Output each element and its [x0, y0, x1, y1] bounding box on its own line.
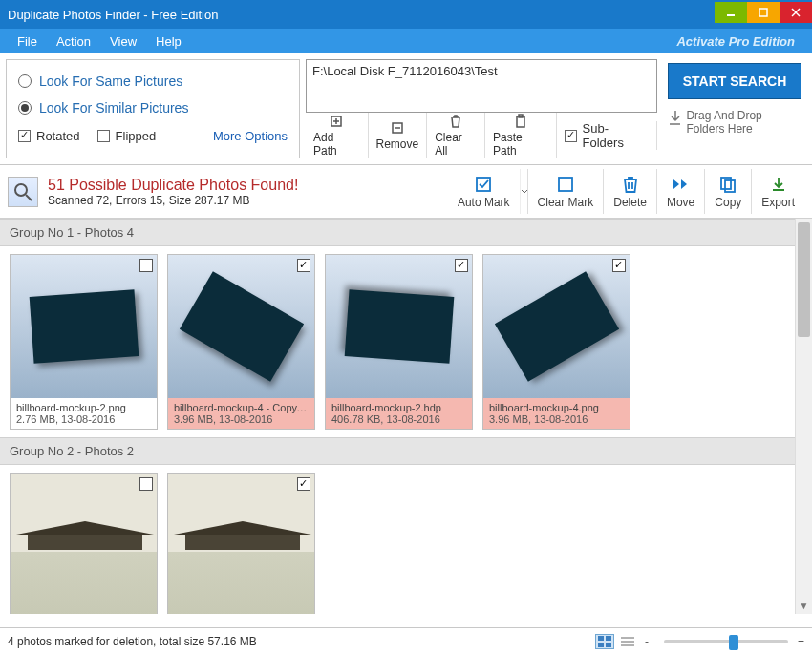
svg-rect-17 [598, 636, 604, 641]
path-list[interactable]: F:\Local Disk F_7112016043\Test [306, 59, 657, 113]
zoom-plus[interactable]: + [798, 635, 804, 648]
menu-view[interactable]: View [100, 34, 146, 49]
arrows-icon [672, 175, 691, 194]
activate-link[interactable]: Activate Pro Edition [667, 34, 804, 49]
maximize-button[interactable] [747, 2, 780, 23]
checkbox-label: Rotated [36, 129, 80, 143]
checkbox-icon [97, 130, 110, 142]
delete-button[interactable]: Delete [603, 169, 656, 214]
radio-label: Look For Same Pictures [39, 74, 182, 89]
view-list-button[interactable] [618, 634, 637, 649]
thumbnail-row: billboard-mockup-2.png2.76 MB, 13-08-201… [0, 246, 795, 437]
group-header[interactable]: Group No 1 - Photos 4 [0, 219, 795, 246]
slider-thumb[interactable] [729, 635, 738, 650]
button-label: Add Path [313, 131, 360, 158]
search-options-area: Look For Same Pictures Look For Similar … [0, 53, 812, 165]
start-panel: START SEARCH Drag And Drop Folders Here [663, 59, 806, 158]
radio-same-pictures[interactable]: Look For Same Pictures [18, 68, 288, 95]
copy-button[interactable]: Copy [704, 169, 751, 214]
checkbox-label: Sub-Folders [583, 121, 649, 150]
select-checkbox[interactable] [139, 477, 153, 491]
button-label: Auto Mark [458, 196, 510, 209]
file-name: billboard-mockup-2.png [16, 402, 151, 413]
checkbox-label: Flipped [116, 129, 157, 143]
select-checkbox[interactable] [455, 259, 468, 272]
add-path-button[interactable]: Add Path [306, 113, 369, 158]
remove-path-button[interactable]: Remove [369, 113, 428, 158]
clear-all-button[interactable]: Clear All [427, 113, 485, 158]
results-body: Group No 1 - Photos 4billboard-mockup-2.… [0, 219, 812, 614]
file-name: billboard-mockup-4 - Copy.png [174, 402, 309, 413]
export-button[interactable]: Export [751, 169, 804, 214]
select-checkbox[interactable] [139, 259, 153, 272]
photo-card[interactable]: billboard-mockup-2.hdp406.78 KB, 13-08-2… [325, 254, 473, 430]
group-header[interactable]: Group No 2 - Photos 2 [0, 437, 795, 465]
start-search-button[interactable]: START SEARCH [668, 63, 801, 99]
checkbox-rotated[interactable]: Rotated [18, 129, 80, 143]
svg-rect-1 [759, 9, 767, 16]
thumbnail [11, 255, 157, 398]
vertical-scrollbar[interactable]: ▲ ▼ [795, 219, 812, 614]
photo-card[interactable]: billboard-mockup-4 - Copy.png3.96 MB, 13… [167, 254, 315, 430]
select-checkbox[interactable] [297, 477, 310, 491]
svg-rect-18 [606, 636, 611, 641]
trash-icon [448, 114, 463, 129]
hint-text: Drag And Drop Folders Here [686, 109, 802, 136]
minimize-button[interactable] [715, 2, 747, 23]
select-checkbox[interactable] [297, 259, 310, 272]
download-icon [667, 109, 680, 130]
radio-icon [18, 74, 32, 88]
trash-icon [621, 175, 640, 194]
thumbnail [483, 255, 630, 398]
checkbox-flipped[interactable]: Flipped [97, 129, 157, 143]
clear-mark-button[interactable]: Clear Mark [527, 169, 604, 214]
menu-bar: File Action View Help Activate Pro Editi… [0, 29, 812, 53]
photo-card[interactable]: billboard-mockup-2.png2.76 MB, 13-08-201… [10, 254, 158, 430]
zoom-minus[interactable]: - [645, 635, 649, 648]
card-info: billboard-mockup-2.png2.76 MB, 13-08-201… [11, 398, 157, 429]
photo-card[interactable]: billboard-mockup-4.png3.96 MB, 13-08-201… [482, 254, 630, 430]
menu-help[interactable]: Help [146, 34, 191, 49]
chevron-down-icon [521, 188, 527, 196]
paste-path-button[interactable]: Paste Path [485, 113, 557, 158]
title-bar: Duplicate Photos Finder - Free Edition [0, 0, 812, 29]
radio-similar-pictures[interactable]: Look For Similar Pictures [18, 95, 288, 121]
view-thumbnails-button[interactable] [595, 634, 614, 649]
file-name: billboard-mockup-2.hdp [331, 402, 466, 413]
search-mode-panel: Look For Same Pictures Look For Similar … [6, 59, 300, 158]
scroll-thumb[interactable] [798, 222, 810, 337]
photo-card[interactable] [167, 473, 315, 614]
svg-rect-13 [477, 178, 490, 191]
checkbox-icon [565, 130, 577, 142]
thumbnail [168, 255, 314, 398]
svg-line-12 [26, 195, 32, 200]
svg-rect-15 [721, 178, 731, 189]
radio-label: Look For Similar Pictures [39, 100, 188, 116]
button-label: Remove [376, 137, 419, 151]
button-label: Move [667, 196, 694, 209]
file-name: billboard-mockup-4.png [489, 402, 624, 413]
photo-card[interactable] [10, 473, 158, 614]
clipboard-icon [513, 114, 528, 129]
button-label: Clear All [435, 131, 477, 158]
button-label: Export [761, 196, 795, 209]
auto-mark-dropdown[interactable] [520, 169, 527, 214]
close-button[interactable] [780, 2, 812, 23]
file-meta: 406.78 KB, 13-08-2016 [331, 413, 466, 425]
move-button[interactable]: Move [656, 169, 704, 214]
menu-file[interactable]: File [8, 34, 47, 49]
button-label: Clear Mark [538, 196, 594, 209]
card-info: billboard-mockup-4 - Copy.png3.96 MB, 13… [168, 398, 314, 429]
status-text: 4 photos marked for deletion, total size… [8, 635, 257, 648]
menu-action[interactable]: Action [47, 34, 100, 49]
empty-box-icon [556, 175, 575, 194]
more-options-link[interactable]: More Options [213, 129, 288, 143]
checkbox-subfolders[interactable]: Sub-Folders [557, 121, 657, 150]
select-checkbox[interactable] [612, 259, 626, 272]
auto-mark-button[interactable]: Auto Mark [448, 169, 520, 214]
scroll-down-icon[interactable]: ▼ [796, 597, 812, 614]
path-panel: F:\Local Disk F_7112016043\Test Add Path… [306, 59, 657, 158]
zoom-slider[interactable] [664, 640, 788, 643]
card-info: billboard-mockup-4.png3.96 MB, 13-08-201… [483, 398, 630, 429]
results-header: 51 Possible Duplicate Photos Found! Scan… [0, 165, 812, 219]
